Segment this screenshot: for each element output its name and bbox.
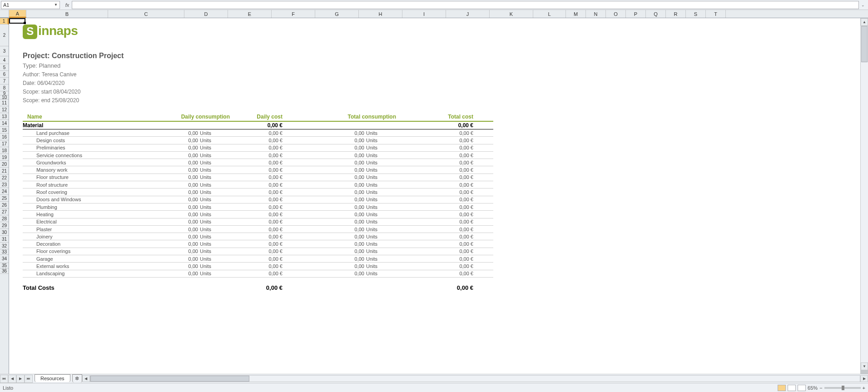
zoom-slider[interactable]	[824, 387, 861, 389]
vscroll-splitter[interactable]	[861, 370, 868, 374]
row-daily-consumption-value: 0,00	[145, 138, 198, 143]
row-header-32[interactable]: 32	[0, 243, 9, 249]
col-header-B[interactable]: B	[26, 10, 108, 18]
row-header-35[interactable]: 35	[0, 263, 9, 268]
col-header-D[interactable]: D	[184, 10, 228, 18]
row-header-2[interactable]: 2	[0, 25, 9, 46]
formula-input[interactable]	[72, 1, 859, 9]
row-daily-cost: 0,00 €	[230, 197, 283, 202]
col-header-T[interactable]: T	[706, 10, 726, 18]
col-header-Q[interactable]: Q	[646, 10, 666, 18]
select-all-corner[interactable]	[0, 10, 9, 18]
row-header-5[interactable]: 5	[0, 64, 9, 71]
table-row: Mansory work0,00Units0,00 €0,00Units0,00…	[23, 166, 493, 174]
table-row: Land purchase0,00Units0,00 €0,00Units0,0…	[23, 129, 493, 137]
col-header-M[interactable]: M	[566, 10, 586, 18]
col-header-R[interactable]: R	[666, 10, 686, 18]
row-header-18[interactable]: 18	[0, 147, 9, 154]
scroll-up-icon[interactable]: ▲	[861, 18, 868, 26]
row-total-consumption-unit: Units	[364, 160, 396, 165]
view-page-break-icon[interactable]	[798, 385, 806, 391]
col-header-N[interactable]: N	[586, 10, 606, 18]
row-header-3[interactable]: 3	[0, 46, 9, 56]
col-header-K[interactable]: K	[490, 10, 533, 18]
tab-last-icon[interactable]: ⏭	[25, 375, 33, 383]
row-header-24[interactable]: 24	[0, 188, 9, 195]
row-header-19[interactable]: 19	[0, 154, 9, 161]
name-box[interactable]: A1 ▼	[1, 1, 60, 9]
row-header-16[interactable]: 16	[0, 134, 9, 140]
row-header-21[interactable]: 21	[0, 168, 9, 174]
row-total-consumption-unit: Units	[364, 271, 396, 276]
view-page-layout-icon[interactable]	[788, 385, 796, 391]
sheet-tab-resources[interactable]: Resources	[35, 374, 70, 382]
col-header-F[interactable]: F	[272, 10, 315, 18]
row-header-30[interactable]: 30	[0, 229, 9, 236]
row-name: Mansory work	[23, 167, 145, 173]
row-header-26[interactable]: 26	[0, 202, 9, 208]
total-daily-cost: 0,00 €	[230, 284, 283, 291]
scroll-down-icon[interactable]: ▼	[861, 362, 868, 370]
chevron-down-icon[interactable]: ▼	[54, 3, 58, 7]
view-normal-icon[interactable]	[778, 385, 786, 391]
vscroll-track[interactable]	[861, 26, 868, 362]
row-header-34[interactable]: 34	[0, 255, 9, 263]
row-total-consumption-unit: Units	[364, 256, 396, 262]
col-header-P[interactable]: P	[626, 10, 646, 18]
col-header-H[interactable]: H	[359, 10, 402, 18]
add-sheet-tab-icon[interactable]: ✲	[72, 374, 82, 382]
row-total-consumption-value: 0,00	[283, 204, 364, 210]
row-header-6[interactable]: 6	[0, 71, 9, 78]
row-header-29[interactable]: 29	[0, 222, 9, 229]
row-header-25[interactable]: 25	[0, 195, 9, 202]
col-header-S[interactable]: S	[686, 10, 706, 18]
row-header-15[interactable]: 15	[0, 127, 9, 134]
hscroll-track[interactable]	[90, 375, 860, 382]
row-header-17[interactable]: 17	[0, 140, 9, 147]
vscroll-thumb[interactable]	[861, 26, 868, 62]
zoom-in-icon[interactable]: +	[863, 385, 865, 391]
zoom-out-icon[interactable]: −	[819, 385, 822, 391]
tab-prev-icon[interactable]: ◀	[8, 375, 16, 383]
row-header-13[interactable]: 13	[0, 113, 9, 120]
horizontal-scrollbar[interactable]: ◀ ▶	[82, 375, 868, 382]
row-header-7[interactable]: 7	[0, 78, 9, 84]
row-total-cost: 0,00 €	[396, 204, 473, 210]
col-header-C[interactable]: C	[108, 10, 184, 18]
row-header-12[interactable]: 12	[0, 106, 9, 113]
col-header-J[interactable]: J	[446, 10, 490, 18]
fx-icon[interactable]: fx	[63, 2, 72, 8]
tab-first-icon[interactable]: ⏮	[0, 375, 8, 383]
row-header-31[interactable]: 31	[0, 236, 9, 243]
row-daily-cost: 0,00 €	[230, 271, 283, 276]
row-header-20[interactable]: 20	[0, 161, 9, 168]
col-header-G[interactable]: G	[315, 10, 359, 18]
expand-formula-bar-icon[interactable]: ⌄	[859, 3, 867, 7]
formula-bar: A1 ▼ fx ⌄	[0, 0, 868, 10]
col-header-A[interactable]: A	[9, 10, 26, 18]
vertical-scrollbar[interactable]: ▲ ▼	[860, 18, 868, 374]
row-header-36[interactable]: 36	[0, 268, 9, 274]
row-header-1[interactable]: 1	[0, 18, 9, 25]
hscroll-thumb[interactable]	[90, 376, 249, 382]
row-header-11[interactable]: 11	[0, 99, 9, 106]
scroll-right-icon[interactable]: ▶	[860, 375, 868, 382]
row-daily-consumption-value: 0,00	[145, 212, 198, 217]
col-header-L[interactable]: L	[533, 10, 566, 18]
row-header-28[interactable]: 28	[0, 215, 9, 222]
row-header-4[interactable]: 4	[0, 56, 9, 64]
row-header-27[interactable]: 27	[0, 208, 9, 215]
spreadsheet-grid[interactable]: Sinnaps Project: Construction Project Ty…	[9, 18, 860, 374]
row-header-23[interactable]: 23	[0, 181, 9, 188]
col-header-I[interactable]: I	[402, 10, 446, 18]
row-header-33[interactable]: 33	[0, 249, 9, 255]
tab-next-icon[interactable]: ▶	[16, 375, 25, 383]
row-header-10[interactable]: 10	[0, 95, 9, 99]
row-name: Joinery	[23, 234, 145, 239]
row-header-22[interactable]: 22	[0, 174, 9, 181]
col-header-E[interactable]: E	[228, 10, 272, 18]
scroll-left-icon[interactable]: ◀	[82, 375, 90, 382]
status-bar: Listo 65% − +	[0, 383, 868, 392]
row-header-14[interactable]: 14	[0, 120, 9, 127]
col-header-O[interactable]: O	[606, 10, 626, 18]
